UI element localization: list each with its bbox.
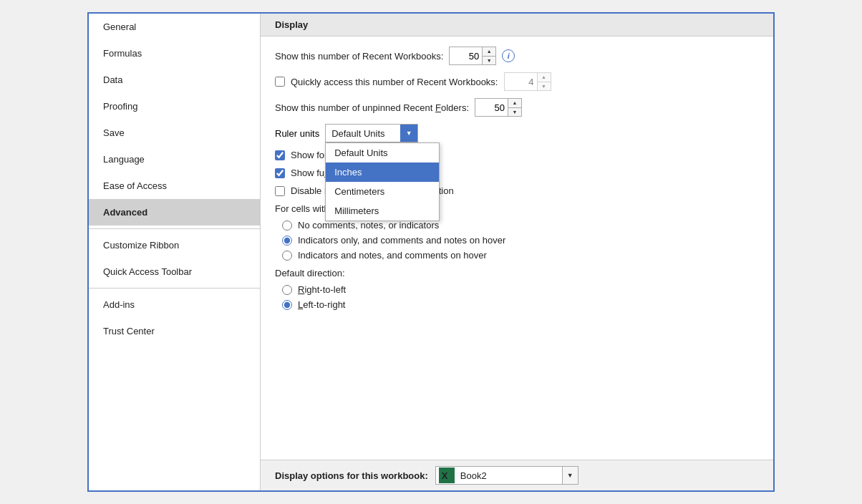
quick-access-workbooks-checkbox[interactable] — [275, 77, 285, 87]
quick-access-workbooks-row: Quickly access this number of Recent Wor… — [275, 72, 759, 91]
ruler-units-row: Ruler units Default Units ▼ Default Unit… — [275, 124, 759, 142]
recent-folders-input[interactable] — [475, 99, 508, 116]
direction-group: Default direction: Right-to-left Left-to… — [275, 268, 759, 310]
workbook-dropdown-arrow[interactable]: ▼ — [562, 467, 578, 484]
radio-right-to-left-label: Right-to-left — [298, 284, 346, 295]
radio-left-to-right: Left-to-right — [282, 299, 759, 310]
sidebar-item-save[interactable]: Save — [89, 120, 260, 146]
sidebar-item-customize-ribbon[interactable]: Customize Ribbon — [89, 232, 260, 258]
excel-options-dialog: General Formulas Data Proofing Save Lang… — [87, 12, 775, 492]
quick-access-workbooks-down[interactable]: ▼ — [538, 82, 551, 91]
radio-left-to-right-input[interactable] — [282, 300, 292, 310]
recent-workbooks-spinbox[interactable]: ▲ ▼ — [449, 47, 496, 65]
radio-indicators-only-input[interactable] — [282, 236, 292, 246]
direction-group-label: Default direction: — [275, 268, 759, 278]
sidebar-item-formulas[interactable]: Formulas — [89, 40, 260, 67]
recent-folders-arrows: ▲ ▼ — [508, 99, 521, 116]
dialog-body: General Formulas Data Proofing Save Lang… — [89, 14, 773, 490]
sidebar-item-proofing[interactable]: Proofing — [89, 93, 260, 120]
radio-indicators-notes: Indicators and notes, and comments on ho… — [282, 250, 759, 261]
sidebar-item-language[interactable]: Language — [89, 146, 260, 173]
show-function-screentips-checkbox[interactable] — [275, 168, 285, 178]
ruler-units-dropdown-container: Default Units ▼ Default Units Inches — [325, 124, 418, 142]
ruler-units-dropdown-menu: Default Units Inches Centimeters Millime… — [325, 142, 440, 221]
dropdown-option-inches[interactable]: Inches — [326, 163, 439, 182]
sidebar-item-data[interactable]: Data — [89, 67, 260, 93]
sidebar-item-ease-of-access[interactable]: Ease of Access — [89, 173, 260, 199]
sidebar-item-add-ins[interactable]: Add-ins — [89, 291, 260, 318]
bottom-bar: Display options for this workbook: X Boo… — [261, 460, 773, 490]
sidebar: General Formulas Data Proofing Save Lang… — [89, 14, 261, 490]
display-section-header: Display — [261, 14, 773, 37]
sidebar-item-advanced[interactable]: Advanced — [89, 199, 260, 226]
recent-folders-row: Show this number of unpinned Recent Fold… — [275, 98, 759, 117]
recent-workbooks-input[interactable] — [450, 47, 482, 64]
quick-access-workbooks-arrows: ▲ ▼ — [537, 73, 551, 90]
recent-workbooks-down[interactable]: ▼ — [483, 57, 495, 65]
recent-workbooks-info-icon[interactable]: i — [502, 49, 515, 62]
radio-no-comments-label: No comments, notes, or indicators — [298, 220, 439, 231]
dropdown-option-centimeters[interactable]: Centimeters — [326, 182, 439, 201]
display-options-workbook-label: Display options for this workbook: — [275, 470, 428, 481]
radio-right-to-left-input[interactable] — [282, 285, 292, 295]
display-section-body: Show this number of Recent Workbooks: ▲ … — [261, 37, 773, 327]
radio-no-comments: No comments, notes, or indicators — [282, 220, 759, 231]
dropdown-option-default-units[interactable]: Default Units — [326, 143, 439, 163]
sidebar-item-general[interactable]: General — [89, 14, 260, 40]
quick-access-workbooks-up[interactable]: ▲ — [538, 73, 551, 82]
recent-folders-up[interactable]: ▲ — [508, 99, 521, 108]
quick-access-workbooks-input[interactable] — [505, 73, 537, 90]
recent-folders-spinbox[interactable]: ▲ ▼ — [475, 98, 522, 117]
radio-indicators-only-label: Indicators only, and comments and notes … — [298, 235, 505, 246]
workbook-dropdown[interactable]: X Book2 ▼ — [435, 466, 578, 485]
radio-indicators-notes-input[interactable] — [282, 251, 292, 261]
dropdown-option-millimeters[interactable]: Millimeters — [326, 201, 439, 220]
workbook-name: Book2 — [457, 470, 562, 481]
ruler-units-dropdown-arrow[interactable]: ▼ — [400, 125, 417, 142]
ruler-units-dropdown-button[interactable]: Default Units ▼ — [325, 124, 418, 142]
excel-icon: X — [439, 467, 455, 483]
main-panel: Display Show this number of Recent Workb… — [261, 14, 773, 490]
radio-no-comments-input[interactable] — [282, 220, 292, 231]
sidebar-item-quick-access-toolbar[interactable]: Quick Access Toolbar — [89, 258, 260, 285]
radio-indicators-notes-label: Indicators and notes, and comments on ho… — [298, 250, 487, 261]
recent-workbooks-arrows: ▲ ▼ — [482, 47, 495, 64]
recent-folders-label: Show this number of unpinned Recent Fold… — [275, 102, 469, 113]
recent-workbooks-up[interactable]: ▲ — [483, 47, 495, 57]
sidebar-divider-2 — [89, 288, 260, 289]
quick-access-workbooks-spinbox[interactable]: ▲ ▼ — [504, 72, 551, 91]
quick-access-workbooks-label: Quickly access this number of Recent Wor… — [291, 77, 498, 87]
recent-workbooks-row: Show this number of Recent Workbooks: ▲ … — [275, 47, 759, 65]
show-formula-bar-checkbox[interactable] — [275, 150, 285, 160]
sidebar-divider — [89, 228, 260, 229]
recent-folders-down[interactable]: ▼ — [508, 108, 521, 117]
main-content: Display Show this number of Recent Workb… — [261, 14, 773, 460]
ruler-units-selected-value: Default Units — [326, 128, 400, 139]
ruler-units-label: Ruler units — [275, 128, 319, 139]
radio-indicators-only: Indicators only, and comments and notes … — [282, 235, 759, 246]
disable-hw-accel-checkbox[interactable] — [275, 186, 285, 196]
radio-left-to-right-label: Left-to-right — [298, 299, 345, 310]
recent-workbooks-label: Show this number of Recent Workbooks: — [275, 51, 443, 62]
radio-right-to-left: Right-to-left — [282, 284, 759, 295]
sidebar-item-trust-center[interactable]: Trust Center — [89, 318, 260, 344]
